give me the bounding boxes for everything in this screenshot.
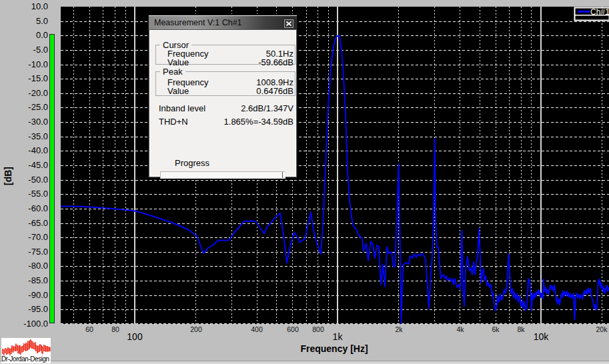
svg-text:Ch#1: Ch#1 (590, 7, 609, 17)
